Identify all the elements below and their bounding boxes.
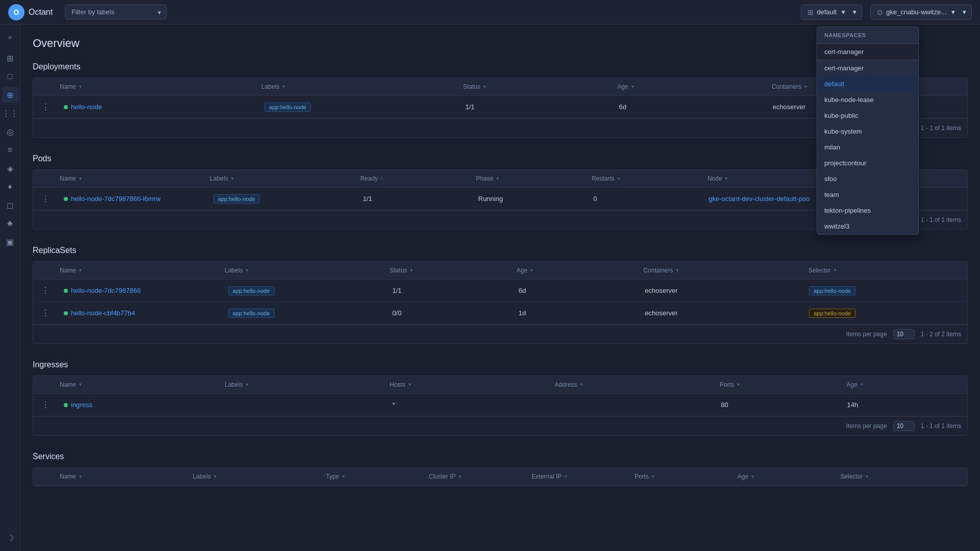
sort-icon-name-rs: ▼ (78, 268, 83, 273)
row-actions-deploy-0[interactable]: ⋮ (33, 96, 58, 118)
sidebar-icon-dots[interactable]: ⋮⋮ (2, 105, 18, 121)
row-name-rs-1: hello-node-cbf4b77b4 (58, 305, 222, 321)
sidebar-icon-diamond[interactable]: ♦ (2, 179, 18, 195)
table-row: ⋮ ingress * 80 14h (33, 394, 967, 416)
sort-icon-externalip-svc: ▼ (564, 474, 568, 479)
rs-link-0[interactable]: hello-node-7dc7987866 (71, 287, 141, 294)
sidebar-icon-target[interactable]: ◎ (2, 123, 18, 140)
sort-icon-age-ing: ▼ (860, 382, 864, 387)
kebab-menu-rs-0[interactable]: ⋮ (39, 284, 52, 297)
sort-icon-ports-ing: ▼ (736, 382, 741, 387)
ingresses-per-page-select[interactable]: 10 (893, 421, 915, 431)
app-logo[interactable]: O Octant (8, 4, 53, 20)
replicasets-per-page-select[interactable]: 10 (893, 329, 915, 339)
ing-link-0[interactable]: ingress (71, 401, 92, 409)
topnav-right: ⊞ default ▾ ⊙ gke_cnabu-wwitze... ▾ (801, 5, 972, 20)
status-dot-rs-1 (64, 311, 68, 315)
th-age-deploy[interactable]: Age ▼ (611, 78, 766, 95)
th-age-ing[interactable]: Age ▼ (841, 376, 967, 393)
th-status-rs[interactable]: Status ▼ (384, 262, 510, 279)
kebab-menu-deploy-0[interactable]: ⋮ (39, 100, 52, 114)
sidebar-icon-grid2[interactable]: ▣ (2, 234, 18, 250)
row-ready-pods-0: 1/1 (357, 191, 472, 207)
th-age-rs[interactable]: Age ▼ (510, 262, 637, 279)
sidebar-icon-box[interactable]: ◻ (2, 197, 18, 213)
th-age-svc[interactable]: Age ▼ (731, 468, 835, 485)
th-name-deploy[interactable]: Name ▼ (54, 78, 255, 95)
row-actions-ing-0[interactable]: ⋮ (33, 394, 58, 416)
sidebar-expand-button[interactable]: « (2, 29, 18, 45)
th-ports-ing[interactable]: Ports ▼ (714, 376, 840, 393)
th-ready-pods[interactable]: Ready ⊙ (354, 170, 470, 187)
th-type-svc[interactable]: Type ▼ (320, 468, 423, 485)
row-name-pods-0: hello-node-7dc7987866-l6mrw (58, 191, 207, 207)
namespace-item-default[interactable]: default (817, 76, 918, 92)
namespace-item-cert-manager[interactable]: cert-manager (817, 60, 918, 76)
sidebar-icon-list[interactable]: ≡ (2, 142, 18, 158)
sidebar-icon-cluster[interactable]: ⊕ (2, 87, 18, 103)
th-status-deploy[interactable]: Status ▼ (457, 78, 611, 95)
namespace-item-kube-public[interactable]: kube-public (817, 108, 918, 123)
kebab-menu-pods-0[interactable]: ⋮ (39, 192, 52, 206)
row-actions-rs-0[interactable]: ⋮ (33, 280, 58, 302)
namespace-item-kube-system[interactable]: kube-system (817, 123, 918, 139)
cluster-selector[interactable]: ⊙ gke_cnabu-wwitze... ▾ (870, 5, 972, 20)
th-name-ing[interactable]: Name ▼ (54, 376, 218, 393)
th-name-rs[interactable]: Name ▼ (54, 262, 218, 279)
sidebar-icon-grid[interactable]: ⊞ (2, 50, 18, 66)
th-externalip-svc[interactable]: External IP ▼ (526, 468, 629, 485)
rs-link-1[interactable]: hello-node-cbf4b77b4 (71, 309, 135, 317)
th-selector-rs[interactable]: Selector ▼ (802, 262, 967, 279)
namespace-item-team[interactable]: team (817, 187, 918, 203)
sort-icon-labels-svc: ▼ (213, 474, 217, 479)
cluster-chevron-icon: ▾ (951, 8, 955, 16)
th-labels-deploy[interactable]: Labels ▼ (255, 78, 457, 95)
sidebar-icon-club[interactable]: ♣ (2, 215, 18, 232)
sort-icon-address-ing: ▼ (579, 382, 584, 387)
th-labels-ing[interactable]: Labels ▼ (218, 376, 383, 393)
th-clusterip-svc[interactable]: Cluster IP ▼ (423, 468, 526, 485)
kebab-menu-ing-0[interactable]: ⋮ (39, 398, 52, 412)
row-ports-ing-0: 80 (715, 397, 841, 413)
th-restarts-pods[interactable]: Restarts ▼ (585, 170, 701, 187)
node-link-0[interactable]: gke-octant-dev-cluster-default-poo (708, 195, 810, 203)
namespace-search-input[interactable] (817, 44, 918, 60)
row-actions-pods-0[interactable]: ⋮ (33, 188, 58, 210)
deploy-link-0[interactable]: hello-node (71, 103, 102, 111)
namespace-item-projectcontour[interactable]: projectcontour (817, 155, 918, 171)
sort-icon-status-rs: ▼ (409, 268, 414, 273)
th-hosts-ing[interactable]: Hosts ▼ (384, 376, 549, 393)
namespace-item-milan[interactable]: milan (817, 139, 918, 155)
namespace-item-kube-node-lease[interactable]: kube-node-lease (817, 92, 918, 108)
namespace-selector[interactable]: ⊞ default ▾ (801, 5, 862, 20)
label-badge-pods-0[interactable]: app:hello-node (213, 194, 260, 204)
row-actions-rs-1[interactable]: ⋮ (33, 302, 58, 324)
pod-link-0[interactable]: hello-node-7dc7987866-l6mrw (71, 195, 161, 203)
sort-icon-restarts-pods: ▼ (617, 176, 621, 181)
th-labels-svc[interactable]: Labels ▼ (187, 468, 320, 485)
th-labels-rs[interactable]: Labels ▼ (218, 262, 383, 279)
cluster-icon: ⊙ (877, 8, 883, 16)
th-ports-svc[interactable]: Ports ▼ (628, 468, 731, 485)
th-selector-svc[interactable]: Selector ▼ (834, 468, 967, 485)
label-badge-deploy-0[interactable]: app:hello-node (264, 103, 311, 112)
namespace-item-wwitzel3[interactable]: wwitzel3 (817, 218, 918, 234)
namespace-item-sfoo[interactable]: sfoo (817, 171, 918, 187)
label-badge-rs-1[interactable]: app:hello-node (228, 309, 275, 318)
th-address-ing[interactable]: Address ▼ (549, 376, 714, 393)
label-badge-rs-0[interactable]: app:hello-node (228, 286, 275, 295)
kebab-menu-rs-1[interactable]: ⋮ (39, 306, 52, 320)
sidebar-icon-layers[interactable]: ◈ (2, 160, 18, 177)
namespace-item-tekton-pipelines[interactable]: tekton-pipelines (817, 203, 918, 218)
selector-badge-rs-1[interactable]: app:hello-node (809, 309, 855, 318)
filter-by-labels-dropdown[interactable]: Filter by labels (65, 5, 167, 19)
th-name-svc[interactable]: Name ▼ (54, 468, 187, 485)
row-name-rs-0: hello-node-7dc7987866 (58, 283, 222, 298)
th-phase-pods[interactable]: Phase ▼ (470, 170, 585, 187)
sidebar-icon-square[interactable]: □ (2, 68, 18, 85)
selector-badge-rs-0[interactable]: app:hello-node (809, 286, 855, 295)
sidebar-icon-moon[interactable]: ☽ (2, 530, 18, 546)
th-labels-pods[interactable]: Labels ▼ (204, 170, 354, 187)
th-name-pods[interactable]: Name ▼ (54, 170, 204, 187)
th-containers-rs[interactable]: Containers ▼ (637, 262, 802, 279)
